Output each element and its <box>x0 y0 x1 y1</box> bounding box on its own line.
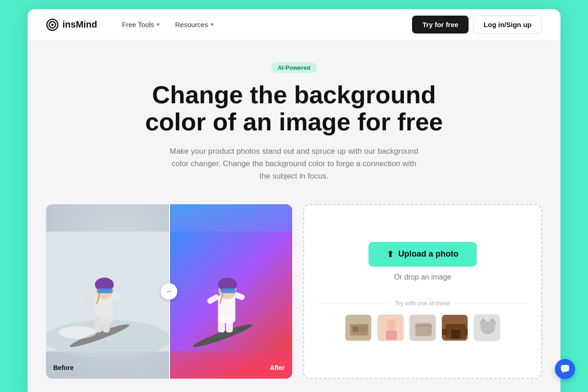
sample-thumb-4[interactable] <box>441 314 469 342</box>
nav-links: Free Tools ▼ Resources ▼ <box>116 17 413 32</box>
hero-subtitle: Make your product photos stand out and s… <box>165 145 423 183</box>
svg-rect-24 <box>220 288 236 293</box>
sample-thumb-3[interactable] <box>409 314 436 342</box>
sample-thumb-2[interactable] <box>377 314 404 342</box>
svg-point-2 <box>51 23 54 26</box>
svg-rect-31 <box>386 330 397 340</box>
navbar: insMind Free Tools ▼ Resources ▼ Try for… <box>28 9 560 40</box>
sample-thumb-5[interactable] <box>473 314 501 342</box>
svg-rect-13 <box>97 288 113 293</box>
svg-point-30 <box>387 319 396 330</box>
login-signup-button[interactable]: Log in/Sign up <box>473 16 542 34</box>
hero-section: AI-Powered Change the background color o… <box>28 40 560 197</box>
nav-free-tools[interactable]: Free Tools ▼ <box>116 17 167 32</box>
before-after-viewer: ↔ Before After <box>46 204 292 379</box>
try-label: Try with one of these <box>395 300 450 307</box>
drop-label: Or drop an image <box>394 273 452 281</box>
svg-rect-37 <box>442 329 447 335</box>
chevron-down-icon: ▼ <box>156 22 160 27</box>
chevron-down-icon: ▼ <box>210 22 215 27</box>
snowboarder-before-svg <box>46 204 169 379</box>
try-with-section: Try with one of these <box>318 300 527 342</box>
try-for-free-button[interactable]: Try for free <box>412 16 468 34</box>
sample-thumb-1[interactable] <box>345 314 372 342</box>
divider-line-right <box>456 303 527 303</box>
upload-photo-button[interactable]: ⬆ Upload a photo <box>368 242 477 267</box>
ai-badge: AI-Powered <box>271 62 317 73</box>
logo[interactable]: insMind <box>46 18 97 31</box>
chat-support-button[interactable] <box>555 359 575 379</box>
svg-rect-36 <box>451 330 460 339</box>
nav-resources[interactable]: Resources ▼ <box>169 17 221 32</box>
upload-panel: ⬆ Upload a photo Or drop an image Try wi… <box>303 204 542 379</box>
svg-point-14 <box>58 326 96 339</box>
sample-images <box>318 314 527 342</box>
content-area: ↔ Before After ⬆ Upload a photo Or drop … <box>28 197 560 392</box>
after-side <box>169 204 292 379</box>
divider-line-left <box>318 303 390 303</box>
upload-icon: ⬆ <box>387 249 394 259</box>
try-divider: Try with one of these <box>318 300 527 307</box>
after-label: After <box>270 364 285 371</box>
svg-rect-38 <box>465 329 469 335</box>
before-label: Before <box>53 364 74 371</box>
svg-rect-8 <box>103 319 110 333</box>
logo-icon <box>46 18 59 31</box>
svg-rect-28 <box>360 326 367 332</box>
svg-rect-45 <box>561 365 569 371</box>
svg-rect-7 <box>95 317 102 332</box>
before-image <box>46 204 169 379</box>
brand-name: insMind <box>62 19 97 30</box>
after-image <box>169 204 292 379</box>
nav-actions: Try for free Log in/Sign up <box>412 16 542 34</box>
hero-title: Change the background color of an image … <box>46 81 542 136</box>
drag-handle[interactable]: ↔ <box>161 283 177 300</box>
svg-rect-18 <box>218 317 225 332</box>
before-side <box>46 204 169 379</box>
svg-rect-19 <box>226 319 233 333</box>
snowboarder-after-svg <box>169 204 292 379</box>
chat-icon <box>560 364 570 374</box>
svg-rect-27 <box>352 326 359 332</box>
